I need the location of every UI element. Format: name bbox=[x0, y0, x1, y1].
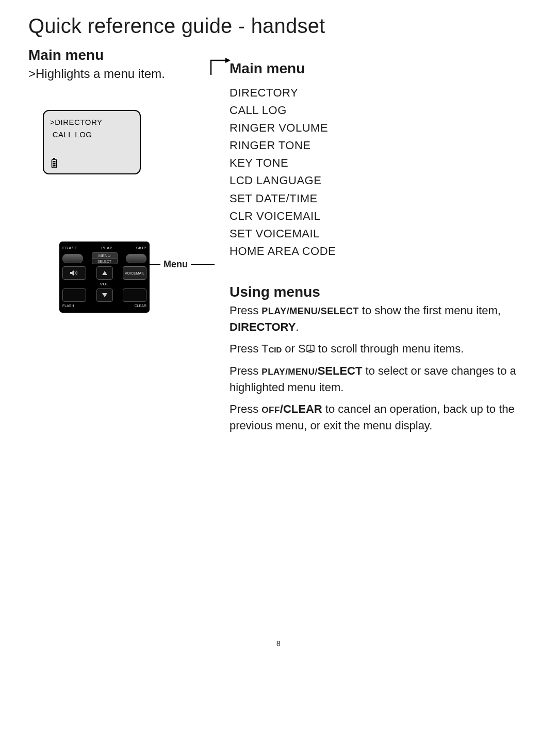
using-menus-heading: Using menus bbox=[230, 284, 529, 300]
menu-select-button: MENU SELECT bbox=[92, 252, 118, 264]
svg-rect-4 bbox=[53, 165, 56, 167]
skip-label: SKIP bbox=[136, 246, 146, 250]
handset-body: ERASE PLAY SKIP MENU SELECT bbox=[59, 242, 150, 313]
menu-item: SET VOICEMAIL bbox=[230, 225, 529, 243]
using-para-2: Press TCID or S to scroll through menu i… bbox=[230, 341, 529, 358]
menu-item: KEY TONE bbox=[230, 154, 529, 172]
using-para-4: Press OFF/CLEAR to cancel an operation, … bbox=[230, 401, 529, 434]
callout-line-left bbox=[125, 264, 160, 265]
left-caption: >Highlights a menu item. bbox=[28, 66, 199, 82]
svg-rect-2 bbox=[53, 161, 56, 163]
svg-marker-7 bbox=[102, 293, 107, 297]
menu-item: HOME AREA CODE bbox=[230, 243, 529, 260]
vol-up-button bbox=[96, 266, 113, 280]
lcd-screen: >DIRECTORY CALL LOG bbox=[43, 110, 141, 174]
menu-item: RINGER TONE bbox=[230, 137, 529, 154]
erase-button bbox=[62, 254, 83, 263]
menu-item: SET DATE/TIME bbox=[230, 190, 529, 207]
menu-item: CLR VOICEMAIL bbox=[230, 207, 529, 225]
clear-label: CLEAR bbox=[135, 304, 146, 308]
using-para-1: Press PLAY/MENU/SELECT to show the first… bbox=[230, 302, 529, 335]
handset-illustration: ERASE PLAY SKIP MENU SELECT bbox=[59, 242, 150, 313]
off-button bbox=[123, 288, 146, 302]
svg-marker-5 bbox=[70, 270, 74, 276]
left-column: Main menu >Highlights a menu item. >DIRE… bbox=[28, 47, 204, 313]
lcd-line-2: CALL LOG bbox=[50, 128, 134, 141]
select-cap: SELECT bbox=[92, 259, 118, 264]
flash-label: FLASH bbox=[62, 304, 74, 308]
vol-down-button bbox=[96, 288, 113, 302]
callout-line-right bbox=[191, 264, 215, 265]
menu-item: LCD LANGUAGE bbox=[230, 172, 529, 189]
svg-marker-8 bbox=[225, 58, 231, 63]
clear-key: /CLEAR bbox=[280, 403, 322, 415]
using-para-3: Press PLAY/MENU/SELECT to select or save… bbox=[230, 363, 529, 396]
page-number: 8 bbox=[0, 639, 557, 648]
off-key: OFF bbox=[261, 405, 280, 415]
menu-cap: MENU bbox=[92, 252, 118, 259]
menu-callout: Menu bbox=[125, 259, 215, 270]
scroll-up-key: TCID bbox=[261, 342, 282, 355]
select-key: SELECT bbox=[318, 364, 363, 377]
callout-label: Menu bbox=[163, 259, 188, 270]
play-label: PLAY bbox=[101, 246, 112, 250]
right-heading: Main menu bbox=[230, 60, 305, 76]
erase-label: ERASE bbox=[62, 246, 78, 250]
page-title: Quick reference guide - handset bbox=[28, 14, 529, 38]
talk-button bbox=[62, 288, 86, 302]
svg-marker-6 bbox=[102, 271, 107, 275]
right-column: Main menu DIRECTORY CALL LOG RINGER VOLU… bbox=[204, 47, 529, 439]
menu-item-list: DIRECTORY CALL LOG RINGER VOLUME RINGER … bbox=[230, 84, 529, 260]
scroll-down-key: S bbox=[298, 342, 315, 355]
lcd-line-1: >DIRECTORY bbox=[50, 116, 134, 128]
manual-page: Quick reference guide - handset Main men… bbox=[0, 0, 557, 756]
arrow-connector-icon bbox=[208, 55, 231, 78]
phonebook-icon bbox=[306, 341, 315, 358]
play-menu-select-key: PLAY/MENU/SELECT bbox=[261, 306, 358, 316]
menu-item: CALL LOG bbox=[230, 102, 529, 119]
speaker-button bbox=[62, 266, 86, 280]
left-heading: Main menu bbox=[28, 47, 199, 63]
menu-item: DIRECTORY bbox=[230, 84, 529, 102]
two-column-layout: Main menu >Highlights a menu item. >DIRE… bbox=[28, 47, 529, 439]
play-menu-key: PLAY/MENU/ bbox=[261, 367, 317, 377]
vol-label: VOL bbox=[100, 282, 109, 286]
svg-rect-3 bbox=[53, 163, 56, 165]
menu-item: RINGER VOLUME bbox=[230, 119, 529, 137]
battery-icon bbox=[51, 158, 57, 168]
